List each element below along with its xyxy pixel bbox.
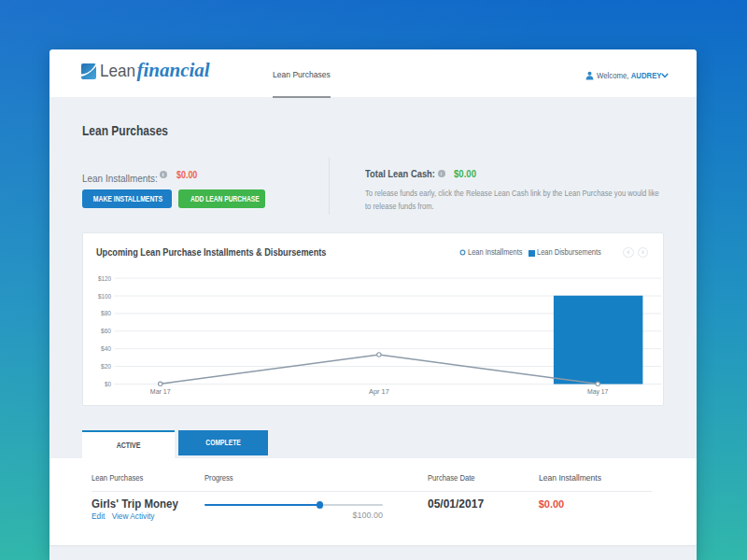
svg-text:$80: $80 xyxy=(101,309,111,317)
svg-text:$0: $0 xyxy=(105,380,111,388)
svg-text:$60: $60 xyxy=(101,327,111,335)
svg-text:$40: $40 xyxy=(101,344,111,353)
svg-text:Apr 17: Apr 17 xyxy=(369,387,389,396)
svg-text:Mar 17: Mar 17 xyxy=(149,387,170,396)
svg-text:$100: $100 xyxy=(97,292,111,301)
svg-text:$120: $120 xyxy=(97,274,111,283)
svg-text:$20: $20 xyxy=(101,362,111,371)
svg-text:May 17: May 17 xyxy=(587,387,609,396)
